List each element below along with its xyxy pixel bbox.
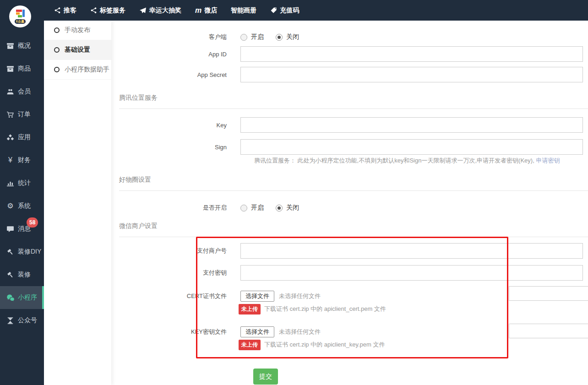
section-wechat-merchant: 微信商户设置 [119,221,588,237]
submenu-item-manual-publish[interactable]: 手动发布 [44,21,111,40]
radio-checked-icon[interactable] [276,205,283,211]
pay-key-row: 支付密钥 [111,265,588,281]
sidebar-item-label: 装修 [18,271,31,279]
app-secret-input[interactable] [240,67,583,82]
app-id-input[interactable] [240,46,583,62]
sidebar-item-decorate[interactable]: 装修 [0,263,44,286]
sidebar-item-label: 概况 [18,42,31,50]
gavel-icon [6,271,15,279]
sidebar-item-goods[interactable]: 商品 [0,57,44,80]
sidebar-item-label: 系统 [18,202,31,210]
app-logo[interactable]: E企赢 [9,5,31,27]
sidebar-item-label: 装修DIY [18,248,41,256]
sidebar-item-statistics[interactable]: 统计 [0,172,44,195]
sidebar-item-label: 公众号 [18,316,37,325]
topnav-label: 微店 [204,6,217,15]
sidebar-item-label: 商品 [18,65,31,73]
sidebar-item-label: 财务 [18,156,31,164]
active-indicator-bar [42,286,44,309]
sidebar-item-apps[interactable]: 应用 [0,126,44,149]
share-icon [54,7,61,14]
cert-status-badge: 未上传 [239,304,261,315]
cert-file-label: CERT证书文件 [111,291,240,302]
sidebar-item-mini-program[interactable]: 小程序 [0,286,44,309]
sidebar-item-label: 小程序 [18,293,37,302]
topnav-tuike[interactable]: 推客 [54,6,76,15]
cert-clipped-input[interactable] [509,286,588,301]
haowu-enable-label: 是否开启 [111,204,240,212]
sidebar-item-overview[interactable]: 概况 [0,34,44,57]
topnav-weidian[interactable]: m 微店 [195,6,217,15]
sign-row: Sign [111,139,588,155]
topnav-smart-album[interactable]: 智能画册 [231,6,256,15]
sidebar-item-members[interactable]: 会员 [0,80,44,103]
client-radio-on[interactable]: 开启 [240,33,264,41]
logo-text: E企赢 [16,19,25,24]
sidebar-item-finance[interactable]: ¥ 财务 [0,149,44,172]
pay-mch-label: 支付商户号 [111,247,240,255]
sidebar-item-official-account[interactable]: 公众号 [0,309,44,332]
cubes-icon [6,134,15,141]
sidebar-item-label: 应用 [18,133,31,141]
client-label: 客户端 [111,33,240,41]
radio-unchecked-icon[interactable] [240,34,247,41]
pay-mch-input[interactable] [240,243,583,259]
submenu-item-data-assistant[interactable]: 小程序数据助手 [44,60,111,80]
submit-button[interactable]: 提交 [253,369,278,385]
wechat-icon [6,293,15,302]
yen-icon: ¥ [6,157,15,164]
topnav-lucky-draw[interactable]: 幸运大抽奖 [139,6,181,15]
topnav-label: 标签服务 [100,6,125,15]
sign-label: Sign [111,144,240,151]
key-no-file-text: 未选择任何文件 [279,328,321,336]
location-hint: 腾讯位置服务： 此处为小程序定位功能,不填则为默认key和Sign一天限制请求一… [254,157,588,165]
sidebar-item-label: 统计 [18,179,31,187]
pay-key-label: 支付密钥 [111,269,240,277]
topnav-label: 推客 [64,6,76,15]
haowu-radio-on[interactable]: 开启 [240,204,264,212]
cert-no-file-text: 未选择任何文件 [279,292,321,300]
topbar: 推客 标签服务 幸运大抽奖 m 微店 智能画册 充值码 [0,0,588,21]
sidebar-item-label: 订单 [18,110,31,119]
cart-icon [6,111,15,119]
key-choose-file-button[interactable]: 选择文件 [240,326,274,337]
circle-o-icon [54,27,60,33]
radio-unchecked-icon[interactable] [240,205,247,211]
users-icon [6,88,15,96]
key-clipped-input[interactable] [509,324,588,338]
app-id-label: App ID [111,51,240,58]
topnav-label: 幸运大抽奖 [149,6,181,15]
app-secret-label: App Secret [111,71,240,78]
circle-o-icon [54,67,60,72]
client-radio-off[interactable]: 关闭 [276,33,299,41]
key-status-badge: 未上传 [239,340,261,350]
topnav-label: 充值码 [280,6,299,15]
haowu-radio-off[interactable]: 关闭 [276,204,299,212]
bar-chart-icon [6,179,15,187]
sign-input[interactable] [240,139,583,155]
radio-checked-icon[interactable] [276,34,283,41]
pay-key-input[interactable] [240,265,583,281]
key-row: Key [111,117,588,133]
gavel-icon [6,248,15,256]
logo-mark-icon [15,10,25,19]
sidebar-item-system[interactable]: ⚙ 系统 [0,195,44,217]
section-haowuquan: 好物圈设置 [119,175,588,191]
gears-icon: ⚙ [6,202,15,210]
sidebar-item-decorate-diy[interactable]: 装修DIY [0,240,44,263]
comment-icon [6,225,15,233]
sidebar-item-orders[interactable]: 订单 [0,103,44,126]
apply-key-link[interactable]: 申请密钥 [536,157,560,164]
topnav-recharge-code[interactable]: 充值码 [270,6,299,15]
main-sidebar: 概况 商品 会员 订单 应用 ¥ 财务 统计 ⚙ 系统 消息 58 装修DIY … [0,21,44,385]
sidebar-item-messages[interactable]: 消息 58 [0,217,44,240]
circle-o-icon [54,47,60,53]
share-icon [90,7,97,14]
cert-choose-file-button[interactable]: 选择文件 [240,291,274,302]
topnav-tag-service[interactable]: 标签服务 [90,6,125,15]
archive-icon [6,65,15,73]
app-id-row: App ID [111,46,588,62]
tags-icon [270,7,277,14]
submenu-item-basic-settings[interactable]: 基础设置 [44,40,111,60]
key-input[interactable] [240,117,583,133]
